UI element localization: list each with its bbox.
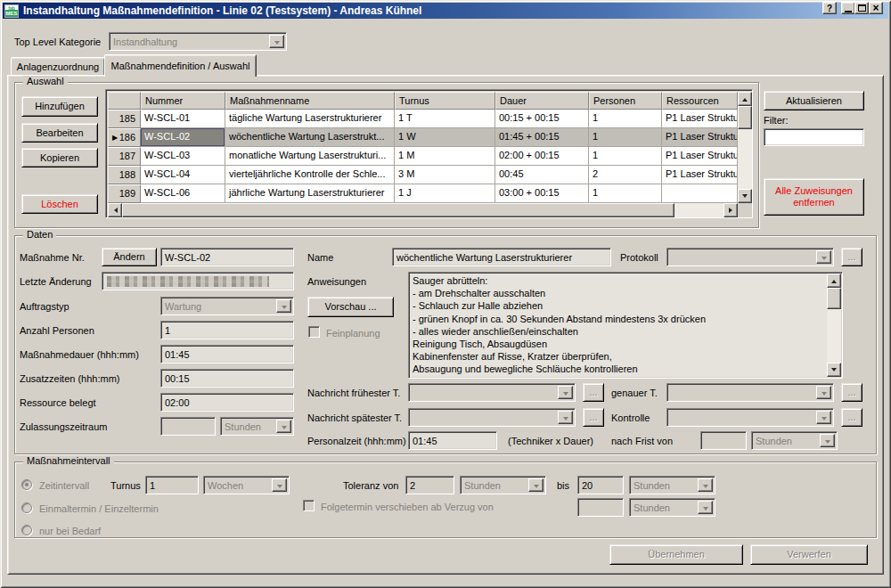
minimize-button[interactable] xyxy=(841,2,855,14)
verwerfen-button: Verwerfen xyxy=(750,544,868,565)
massnahme-nr-label: Maßnahme Nr. xyxy=(20,252,85,265)
chevron-down-icon xyxy=(528,478,544,492)
uebernehmen-button: Übernehmen xyxy=(609,544,743,565)
personalzeit-label: Personalzeit (hhh:mm) xyxy=(307,436,406,448)
massnahme-nr-field[interactable]: W-SCL-02 xyxy=(160,248,294,266)
maximize-button[interactable] xyxy=(854,2,869,14)
tab-massnahmendefinition[interactable]: Maßnahmendefinition / Auswahl xyxy=(104,54,257,77)
current-cell[interactable]: W-SCL-02 xyxy=(141,128,225,147)
nachricht-spaetester-label: Nachricht spätester T. xyxy=(307,412,402,425)
arrow-down-icon xyxy=(742,194,748,200)
zulassung-unit-combobox: Stunden xyxy=(220,417,294,436)
scroll-down-button[interactable] xyxy=(738,189,752,203)
arrow-left-icon xyxy=(111,208,118,213)
folgetermin-field xyxy=(577,498,624,517)
titlebar[interactable]: fab MES Instandhaltung Maßnahmendefiniti… xyxy=(3,3,888,19)
col-selector xyxy=(108,92,141,110)
personalzeit-field[interactable]: 01:45 xyxy=(408,431,497,450)
close-button[interactable]: × xyxy=(869,2,883,14)
row-selector[interactable]: 189 xyxy=(108,184,141,203)
col-massnahmenname[interactable]: Maßnahmenname xyxy=(225,92,395,110)
turnus-unit-combobox: Wochen xyxy=(203,476,290,494)
chevron-down-icon xyxy=(698,501,713,514)
toleranz-von-label: Toleranz von xyxy=(343,480,398,493)
ressource-belegt-field: 02:00 xyxy=(160,393,294,412)
aendern-button[interactable]: Ändern xyxy=(102,248,157,266)
scrollbar-corner xyxy=(738,203,752,217)
massnahmedauer-label: Maßnahmedauer (hhh:mm) xyxy=(20,349,139,362)
name-field[interactable]: wöchentliche Wartung Laserstrukturierer xyxy=(392,248,611,266)
table-vscrollbar[interactable] xyxy=(738,92,752,203)
bearbeiten-button[interactable]: Bearbeiten xyxy=(21,123,98,143)
genauer-t-label: genauer T. xyxy=(611,388,658,400)
row-selector[interactable]: 185 xyxy=(108,110,141,128)
vscroll-thumb[interactable] xyxy=(827,288,841,309)
feinplanung-checkbox xyxy=(308,326,320,338)
arrow-up-icon xyxy=(742,95,748,102)
col-ressourcen[interactable]: Ressourcen xyxy=(662,92,738,110)
alle-zuweisungen-entfernen-button[interactable]: Alle Zuweisungen entfernen xyxy=(764,178,864,216)
arrow-right-icon xyxy=(729,208,735,213)
chevron-down-icon xyxy=(276,420,291,433)
col-dauer[interactable]: Dauer xyxy=(495,92,589,110)
col-personen[interactable]: Personen xyxy=(589,92,662,110)
bis-label: bis xyxy=(557,480,569,493)
scroll-down-button[interactable] xyxy=(827,363,841,377)
scroll-up-button[interactable] xyxy=(738,92,752,106)
hinzufuegen-button[interactable]: Hinzufügen xyxy=(21,96,98,117)
col-turnus[interactable]: Turnus xyxy=(395,92,495,110)
zeitintervall-radio xyxy=(21,479,32,490)
scroll-left-button[interactable] xyxy=(108,203,122,217)
filter-label: Filter: xyxy=(764,115,789,127)
auftragstyp-combobox: Wartung xyxy=(160,297,294,315)
chevron-down-icon xyxy=(816,250,831,264)
scroll-up-button[interactable] xyxy=(827,274,841,288)
hscroll-thumb[interactable] xyxy=(122,203,674,217)
genauer-t-combobox xyxy=(666,383,834,402)
zulassungszeitraum-field xyxy=(160,417,216,436)
textarea-vscrollbar[interactable] xyxy=(827,274,841,377)
row-selector[interactable]: ▶186 xyxy=(108,128,141,147)
turnus-label: Turnus xyxy=(110,480,141,493)
turnus-field: 1 xyxy=(145,476,199,494)
massnahmedauer-field: 01:45 xyxy=(160,345,294,363)
anzahl-personen-field: 1 xyxy=(160,321,294,339)
scroll-right-button[interactable] xyxy=(723,203,738,217)
aktualisieren-button[interactable]: Aktualisieren xyxy=(764,91,864,110)
loeschen-button[interactable]: Löschen xyxy=(21,194,98,214)
anweisungen-textarea[interactable]: Sauger abrütteln: - am Drehschalter auss… xyxy=(408,272,843,379)
anzahl-personen-label: Anzahl Personen xyxy=(20,325,94,338)
help-button[interactable]: ? xyxy=(822,2,837,14)
measures-table[interactable]: Nummer Maßnahmenname Turnus Dauer Person… xyxy=(105,89,753,218)
table-hscrollbar[interactable] xyxy=(108,203,738,217)
letzte-aenderung-field xyxy=(102,272,294,290)
intervall-group: Maßnahmeintervall xyxy=(14,461,877,538)
vorschau-button[interactable]: Vorschau ... xyxy=(307,297,394,317)
einmaltermin-radio xyxy=(21,502,32,513)
intervall-group-label: Maßnahmeintervall xyxy=(23,455,114,468)
techniker-hint: (Techniker x Dauer) xyxy=(508,436,593,448)
col-nummer[interactable]: Nummer xyxy=(141,92,225,110)
anweisungen-label: Anweisungen xyxy=(307,276,366,289)
kontrolle-browse-button: ... xyxy=(841,408,862,427)
nur-bei-bedarf-radio xyxy=(21,525,32,535)
tab-anlagenzuordnung[interactable]: Anlagenzuordnung xyxy=(11,57,105,76)
toleranz-bis-field: 20 xyxy=(577,476,624,494)
filter-input[interactable] xyxy=(764,128,864,146)
zulassungszeitraum-label: Zulassungszeitraum xyxy=(20,421,107,434)
row-selector[interactable]: 188 xyxy=(108,166,141,184)
nachricht-fruehester-browse-button: ... xyxy=(583,383,604,402)
kontrolle-label: Kontrolle xyxy=(611,412,650,425)
feinplanung-label: Feinplanung xyxy=(326,328,380,340)
kopieren-button[interactable]: Kopieren xyxy=(21,148,98,167)
toleranz-von-field: 2 xyxy=(405,476,454,494)
row-selector[interactable]: 187 xyxy=(108,147,141,166)
row-pointer-icon: ▶ xyxy=(112,132,118,143)
maximize-icon xyxy=(858,4,866,12)
kontrolle-combobox xyxy=(666,408,834,427)
vscroll-thumb[interactable] xyxy=(738,106,752,129)
chevron-down-icon xyxy=(698,478,713,492)
kategorie-label: Top Level Kategorie xyxy=(14,37,101,49)
arrow-down-icon xyxy=(831,368,837,374)
kategorie-combobox: Instandhaltung xyxy=(109,32,287,51)
